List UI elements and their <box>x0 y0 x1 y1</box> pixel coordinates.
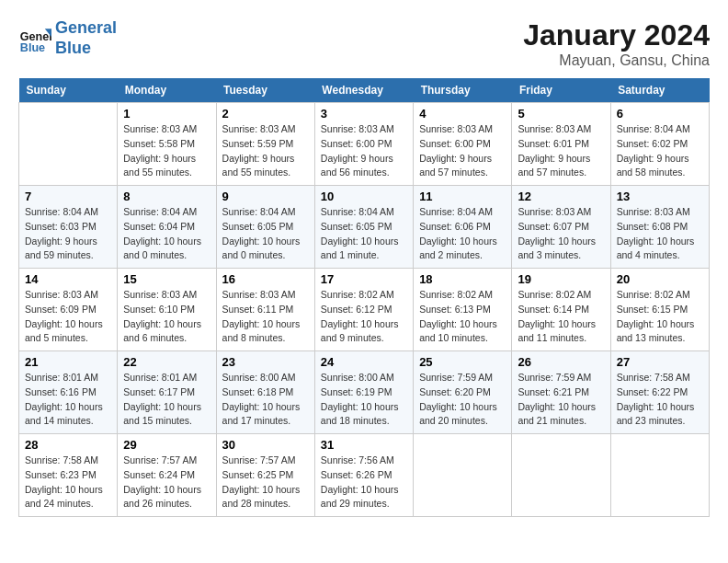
calendar-day-cell <box>512 434 610 517</box>
calendar-day-cell: 11Sunrise: 8:04 AMSunset: 6:06 PMDayligh… <box>414 186 512 269</box>
calendar-day-cell <box>610 434 709 517</box>
weekday-header: Friday <box>512 78 610 103</box>
day-number: 21 <box>25 355 111 369</box>
day-number: 9 <box>222 190 309 203</box>
day-number: 8 <box>123 190 210 203</box>
day-info: Sunrise: 8:01 AMSunset: 6:17 PMDaylight:… <box>123 371 210 429</box>
day-info: Sunrise: 8:01 AMSunset: 6:16 PMDaylight:… <box>25 371 111 429</box>
day-number: 31 <box>321 438 407 452</box>
calendar-day-cell <box>414 434 512 517</box>
calendar-day-cell: 6Sunrise: 8:04 AMSunset: 6:02 PMDaylight… <box>610 103 709 186</box>
logo-icon: General Blue <box>18 22 51 55</box>
day-info: Sunrise: 8:03 AMSunset: 6:10 PMDaylight:… <box>123 288 210 346</box>
calendar-day-cell: 26Sunrise: 7:59 AMSunset: 6:21 PMDayligh… <box>512 351 610 434</box>
calendar-day-cell: 15Sunrise: 8:03 AMSunset: 6:10 PMDayligh… <box>118 269 216 351</box>
calendar-week-row: 28Sunrise: 7:58 AMSunset: 6:23 PMDayligh… <box>19 434 710 517</box>
calendar-day-cell: 30Sunrise: 7:57 AMSunset: 6:25 PMDayligh… <box>216 434 314 517</box>
calendar-day-cell: 24Sunrise: 8:00 AMSunset: 6:19 PMDayligh… <box>314 351 413 434</box>
day-number: 19 <box>518 272 604 286</box>
weekday-header: Wednesday <box>314 78 413 103</box>
calendar-day-cell: 29Sunrise: 7:57 AMSunset: 6:24 PMDayligh… <box>118 434 216 517</box>
page-header: General Blue General Blue January 2024 M… <box>18 18 710 69</box>
svg-text:Blue: Blue <box>20 41 45 54</box>
day-info: Sunrise: 8:04 AMSunset: 6:06 PMDaylight:… <box>419 205 506 263</box>
calendar-day-cell <box>19 103 118 186</box>
day-number: 25 <box>419 355 506 369</box>
day-info: Sunrise: 8:03 AMSunset: 5:59 PMDaylight:… <box>222 122 309 180</box>
day-info: Sunrise: 8:04 AMSunset: 6:03 PMDaylight:… <box>25 205 111 263</box>
day-info: Sunrise: 8:03 AMSunset: 6:08 PMDaylight:… <box>617 205 703 263</box>
calendar-day-cell: 16Sunrise: 8:03 AMSunset: 6:11 PMDayligh… <box>216 269 314 351</box>
day-info: Sunrise: 8:04 AMSunset: 6:05 PMDaylight:… <box>321 205 407 263</box>
weekday-header: Saturday <box>610 78 709 103</box>
calendar-day-cell: 31Sunrise: 7:56 AMSunset: 6:26 PMDayligh… <box>314 434 413 517</box>
day-number: 20 <box>617 272 703 286</box>
day-number: 12 <box>518 190 604 203</box>
day-number: 2 <box>222 107 309 121</box>
logo-general: General <box>55 18 117 39</box>
weekday-header: Tuesday <box>216 78 314 103</box>
day-info: Sunrise: 8:03 AMSunset: 6:01 PMDaylight:… <box>518 122 604 180</box>
day-number: 6 <box>617 107 703 121</box>
calendar-day-cell: 19Sunrise: 8:02 AMSunset: 6:14 PMDayligh… <box>512 269 610 351</box>
calendar-day-cell: 14Sunrise: 8:03 AMSunset: 6:09 PMDayligh… <box>19 269 118 351</box>
day-number: 5 <box>518 107 604 121</box>
day-info: Sunrise: 7:56 AMSunset: 6:26 PMDaylight:… <box>321 454 407 511</box>
day-info: Sunrise: 8:00 AMSunset: 6:18 PMDaylight:… <box>222 371 309 429</box>
day-number: 7 <box>25 190 111 203</box>
day-info: Sunrise: 8:03 AMSunset: 6:09 PMDaylight:… <box>25 288 111 346</box>
day-info: Sunrise: 8:03 AMSunset: 6:07 PMDaylight:… <box>518 205 604 263</box>
day-info: Sunrise: 8:02 AMSunset: 6:13 PMDaylight:… <box>419 288 506 346</box>
day-number: 15 <box>123 272 210 286</box>
day-number: 23 <box>222 355 309 369</box>
weekday-header: Monday <box>118 78 216 103</box>
day-info: Sunrise: 8:04 AMSunset: 6:02 PMDaylight:… <box>617 122 703 180</box>
day-info: Sunrise: 8:03 AMSunset: 6:00 PMDaylight:… <box>321 122 407 180</box>
day-info: Sunrise: 8:03 AMSunset: 5:58 PMDaylight:… <box>123 122 210 180</box>
calendar-table: SundayMondayTuesdayWednesdayThursdayFrid… <box>18 78 710 517</box>
day-number: 4 <box>419 107 506 121</box>
day-info: Sunrise: 8:03 AMSunset: 6:11 PMDaylight:… <box>222 288 309 346</box>
calendar-day-cell: 27Sunrise: 7:58 AMSunset: 6:22 PMDayligh… <box>610 351 709 434</box>
weekday-header: Thursday <box>414 78 512 103</box>
day-number: 13 <box>617 190 703 203</box>
calendar-day-cell: 4Sunrise: 8:03 AMSunset: 6:00 PMDaylight… <box>414 103 512 186</box>
day-number: 1 <box>123 107 210 121</box>
month-title: January 2024 <box>523 18 710 52</box>
calendar-day-cell: 13Sunrise: 8:03 AMSunset: 6:08 PMDayligh… <box>610 186 709 269</box>
calendar-day-cell: 21Sunrise: 8:01 AMSunset: 6:16 PMDayligh… <box>19 351 118 434</box>
day-info: Sunrise: 8:00 AMSunset: 6:19 PMDaylight:… <box>321 371 407 429</box>
day-number: 27 <box>617 355 703 369</box>
calendar-day-cell: 23Sunrise: 8:00 AMSunset: 6:18 PMDayligh… <box>216 351 314 434</box>
day-number: 22 <box>123 355 210 369</box>
day-number: 3 <box>321 107 407 121</box>
calendar-day-cell: 22Sunrise: 8:01 AMSunset: 6:17 PMDayligh… <box>118 351 216 434</box>
calendar-day-cell: 28Sunrise: 7:58 AMSunset: 6:23 PMDayligh… <box>19 434 118 517</box>
calendar-day-cell: 10Sunrise: 8:04 AMSunset: 6:05 PMDayligh… <box>314 186 413 269</box>
day-info: Sunrise: 8:04 AMSunset: 6:05 PMDaylight:… <box>222 205 309 263</box>
day-number: 28 <box>25 438 111 452</box>
day-info: Sunrise: 7:57 AMSunset: 6:24 PMDaylight:… <box>123 454 210 511</box>
calendar-week-row: 21Sunrise: 8:01 AMSunset: 6:16 PMDayligh… <box>19 351 710 434</box>
day-info: Sunrise: 7:58 AMSunset: 6:23 PMDaylight:… <box>25 454 111 511</box>
calendar-day-cell: 18Sunrise: 8:02 AMSunset: 6:13 PMDayligh… <box>414 269 512 351</box>
calendar-day-cell: 1Sunrise: 8:03 AMSunset: 5:58 PMDaylight… <box>118 103 216 186</box>
day-info: Sunrise: 7:57 AMSunset: 6:25 PMDaylight:… <box>222 454 309 511</box>
day-number: 11 <box>419 190 506 203</box>
day-info: Sunrise: 7:59 AMSunset: 6:21 PMDaylight:… <box>518 371 604 429</box>
calendar-day-cell: 9Sunrise: 8:04 AMSunset: 6:05 PMDaylight… <box>216 186 314 269</box>
calendar-day-cell: 12Sunrise: 8:03 AMSunset: 6:07 PMDayligh… <box>512 186 610 269</box>
day-number: 14 <box>25 272 111 286</box>
calendar-header: SundayMondayTuesdayWednesdayThursdayFrid… <box>19 78 710 103</box>
day-number: 16 <box>222 272 309 286</box>
calendar-week-row: 14Sunrise: 8:03 AMSunset: 6:09 PMDayligh… <box>19 269 710 351</box>
logo-blue: Blue <box>55 39 117 59</box>
day-number: 17 <box>321 272 407 286</box>
calendar-day-cell: 2Sunrise: 8:03 AMSunset: 5:59 PMDaylight… <box>216 103 314 186</box>
day-info: Sunrise: 7:59 AMSunset: 6:20 PMDaylight:… <box>419 371 506 429</box>
calendar-week-row: 1Sunrise: 8:03 AMSunset: 5:58 PMDaylight… <box>19 103 710 186</box>
calendar-day-cell: 7Sunrise: 8:04 AMSunset: 6:03 PMDaylight… <box>19 186 118 269</box>
calendar-day-cell: 5Sunrise: 8:03 AMSunset: 6:01 PMDaylight… <box>512 103 610 186</box>
logo: General Blue General Blue <box>18 18 117 58</box>
day-info: Sunrise: 8:02 AMSunset: 6:15 PMDaylight:… <box>617 288 703 346</box>
